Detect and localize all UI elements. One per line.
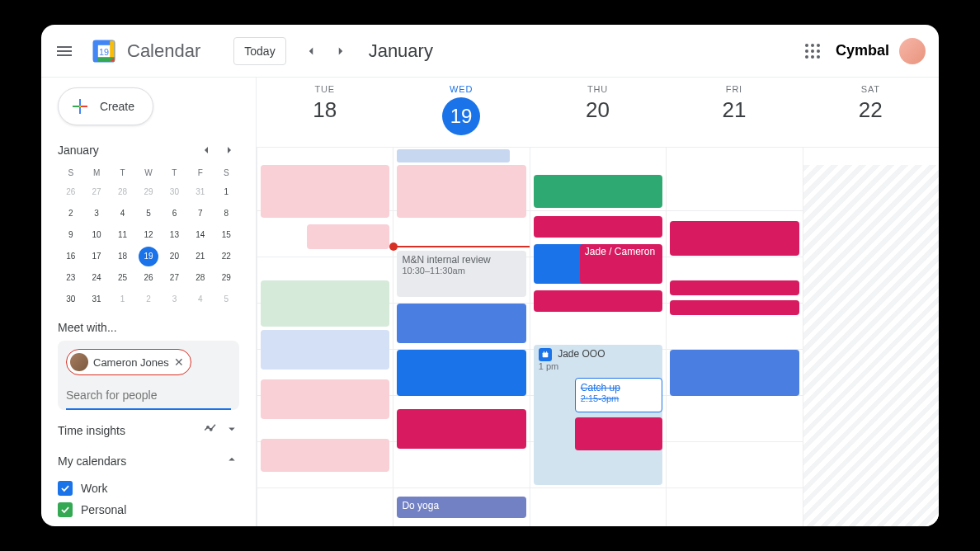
mini-day[interactable]: 29: [216, 268, 236, 288]
day-header-cell[interactable]: FRI21: [666, 78, 802, 147]
event-block[interactable]: [670, 300, 799, 315]
event-block[interactable]: [307, 224, 389, 249]
now-indicator: [393, 246, 529, 247]
event-block[interactable]: [261, 439, 389, 472]
mini-day[interactable]: 28: [113, 182, 133, 202]
mini-day[interactable]: 3: [164, 290, 184, 309]
event-block[interactable]: [670, 280, 799, 295]
insights-chart-icon: [203, 421, 218, 439]
day-column-wed[interactable]: M&N internal review 10:30–11:30am Do yog…: [393, 165, 529, 526]
mini-day[interactable]: 4: [191, 290, 210, 309]
mini-day[interactable]: 24: [87, 268, 106, 288]
day-header-cell[interactable]: WED19: [393, 78, 529, 147]
mini-day[interactable]: 31: [191, 182, 210, 202]
event-block[interactable]: [534, 290, 662, 312]
event-block[interactable]: [261, 330, 389, 370]
mini-day[interactable]: 29: [139, 182, 158, 202]
mini-day[interactable]: 30: [164, 182, 184, 202]
mini-day[interactable]: 14: [191, 225, 210, 245]
mini-day[interactable]: 27: [164, 268, 184, 288]
today-button[interactable]: Today: [233, 37, 285, 65]
mini-day[interactable]: 16: [61, 247, 81, 266]
mini-day[interactable]: 26: [61, 182, 81, 202]
event-block[interactable]: [534, 175, 662, 208]
event-block[interactable]: [534, 216, 662, 238]
mini-day[interactable]: 11: [113, 225, 133, 245]
mini-day[interactable]: 21: [191, 247, 210, 266]
mini-day[interactable]: 10: [87, 225, 106, 245]
mini-day[interactable]: 7: [191, 204, 210, 224]
user-avatar[interactable]: [899, 38, 926, 64]
event-block[interactable]: [261, 165, 389, 218]
event-block[interactable]: [397, 409, 525, 449]
mini-day[interactable]: 6: [164, 204, 184, 224]
mini-calendar-grid[interactable]: SMTWTFS262728293031123456789101112131415…: [58, 165, 239, 309]
mini-next-month[interactable]: [219, 140, 239, 160]
prev-week-button[interactable]: [296, 36, 326, 66]
day-header-cell[interactable]: THU20: [530, 78, 666, 147]
mini-day[interactable]: 13: [164, 225, 184, 245]
mini-day[interactable]: 18: [113, 247, 133, 266]
event-jade-ooo[interactable]: Jade OOO 1 pm: [534, 345, 662, 485]
event-catch-up[interactable]: Catch up 2:15-3pm: [575, 378, 662, 412]
calendar-item[interactable]: Personal: [58, 499, 239, 520]
next-week-button[interactable]: [326, 36, 356, 66]
mini-day[interactable]: 31: [87, 290, 106, 309]
mini-day[interactable]: 20: [164, 247, 184, 266]
mini-day[interactable]: 9: [61, 225, 81, 245]
event-do-yoga[interactable]: Do yoga: [397, 497, 525, 518]
create-button[interactable]: Create: [58, 87, 153, 125]
event-block[interactable]: [397, 304, 525, 343]
mini-day[interactable]: 3: [87, 204, 106, 224]
calendar-checkbox[interactable]: [58, 502, 73, 517]
day-column-fri[interactable]: [666, 165, 802, 526]
event-block[interactable]: [670, 221, 799, 256]
mini-day[interactable]: 12: [139, 225, 158, 245]
day-column-tue[interactable]: [257, 165, 393, 526]
event-mn-review[interactable]: M&N internal review 10:30–11:30am: [397, 251, 525, 297]
mini-day[interactable]: 1: [216, 182, 236, 202]
menu-icon[interactable]: [54, 41, 74, 61]
event-block[interactable]: [670, 350, 799, 396]
event-block[interactable]: [575, 417, 662, 450]
mini-day[interactable]: 2: [139, 290, 158, 309]
chip-avatar: [70, 353, 88, 371]
event-block[interactable]: [397, 165, 525, 218]
time-insights-toggle[interactable]: Time insights: [58, 421, 239, 439]
mini-prev-month[interactable]: [196, 140, 216, 160]
my-calendars-toggle[interactable]: My calendars: [58, 452, 239, 469]
mini-day[interactable]: 22: [216, 247, 236, 266]
svg-point-8: [811, 44, 814, 47]
day-column-sat[interactable]: [803, 165, 939, 526]
apps-grid-icon[interactable]: [803, 41, 822, 61]
chip-remove-icon[interactable]: ✕: [174, 356, 184, 369]
person-chip[interactable]: Cameron Jones ✕: [66, 349, 191, 375]
mini-day[interactable]: 1: [113, 290, 133, 309]
mini-day[interactable]: 2: [61, 204, 81, 224]
mini-day[interactable]: 5: [139, 204, 158, 224]
day-header-cell[interactable]: TUE18: [257, 78, 393, 147]
mini-day[interactable]: 27: [87, 182, 106, 202]
event-jade-cameron[interactable]: Jade / Cameron: [580, 244, 662, 284]
day-column-thu[interactable]: Jade / Cameron Jade OOO 1 pm Catch up 2:…: [530, 165, 666, 526]
mini-day[interactable]: 30: [61, 290, 81, 309]
mini-day[interactable]: 19: [139, 247, 158, 266]
calendar-checkbox[interactable]: [58, 481, 73, 496]
mini-day[interactable]: 4: [113, 204, 133, 224]
mini-day[interactable]: 25: [113, 268, 133, 288]
day-header-cell[interactable]: SAT22: [803, 78, 939, 147]
event-block[interactable]: [261, 280, 389, 327]
mini-day[interactable]: 17: [87, 247, 106, 266]
search-people-input[interactable]: [66, 382, 231, 410]
event-block[interactable]: [397, 350, 525, 396]
mini-day[interactable]: 15: [216, 225, 236, 245]
event-block[interactable]: [261, 379, 389, 419]
mini-day[interactable]: 8: [216, 204, 236, 224]
calendar-item[interactable]: Work: [58, 478, 239, 499]
mini-day[interactable]: 28: [191, 268, 210, 288]
mini-day[interactable]: 26: [139, 268, 158, 288]
mini-day[interactable]: 5: [216, 290, 236, 309]
allday-event[interactable]: [397, 149, 509, 162]
svg-point-7: [805, 44, 808, 47]
mini-day[interactable]: 23: [61, 268, 81, 288]
